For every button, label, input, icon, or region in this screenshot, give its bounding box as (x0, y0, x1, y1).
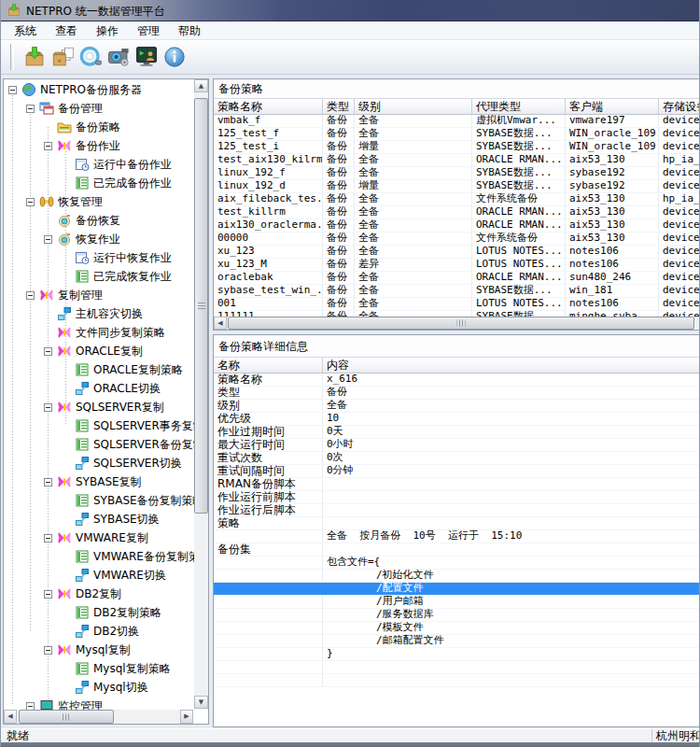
tree-item[interactable]: 运行中备份作业 (5, 155, 194, 174)
menu-item-manage[interactable]: 管理 (128, 22, 169, 40)
tree-item[interactable]: 已完成备份作业 (5, 174, 194, 192)
detail-row[interactable]: /服务数据库 (214, 609, 700, 622)
tree-item[interactable]: VMWARE备份复制策略 (5, 547, 194, 566)
menu-item-help[interactable]: 帮助 (169, 22, 210, 40)
tree-expander-collapse[interactable] (8, 86, 17, 94)
detail-row[interactable]: /邮箱配置文件 (214, 635, 700, 648)
detail-row[interactable]: 作业运行后脚本 (214, 504, 700, 517)
tree-item[interactable]: 备份作业 (5, 136, 194, 155)
tree-item[interactable]: VMWARE切换 (5, 566, 194, 585)
tree-item[interactable]: SYBASE复制 (5, 472, 194, 491)
tree-item[interactable]: 运行中恢复作业 (5, 248, 194, 267)
scroll-left-button[interactable]: ◀ (214, 317, 227, 330)
tree-item[interactable]: ORACLE切换 (5, 379, 194, 398)
detail-row[interactable]: 作业过期时间0天 (214, 426, 700, 439)
policy-horizontal-scrollbar[interactable]: ◀ (214, 317, 700, 330)
detail-row[interactable]: /用户邮箱 (214, 596, 700, 609)
tree-item[interactable]: DB2复制策略 (5, 603, 194, 622)
tree-expander-collapse[interactable] (44, 478, 52, 486)
backup-button[interactable] (21, 42, 49, 72)
policy-table-row[interactable]: test_aix130_kilrman备份全备ORACLE RMAN...aix… (214, 154, 700, 167)
console-button[interactable] (133, 42, 161, 72)
policy-table-row[interactable]: aix_fileback_tes...备份全备文件系统备份aix53_130hp… (214, 193, 700, 206)
tree-item[interactable]: 恢复管理 (5, 192, 194, 211)
detail-row[interactable]: 重试次数0次 (214, 452, 700, 465)
scroll-down-button[interactable]: ▼ (194, 696, 208, 709)
column-header-storage-device[interactable]: 存储设备 (659, 99, 700, 115)
detail-row[interactable]: 策略 (214, 517, 700, 530)
tree-expander-collapse[interactable] (44, 142, 52, 150)
detail-row[interactable]: 策略名称x_616 (214, 374, 700, 387)
detail-row[interactable]: 重试间隔时间0分钟 (214, 465, 700, 478)
horizontal-scroll-thumb[interactable] (228, 317, 694, 330)
column-header-type[interactable]: 类型 (323, 99, 355, 115)
detail-row[interactable]: 类型备份 (214, 387, 700, 400)
menu-item-system[interactable]: 系统 (5, 22, 46, 40)
media-button[interactable] (105, 42, 133, 72)
toolbar-gripper[interactable] (10, 44, 14, 70)
tree-expander-collapse[interactable] (44, 347, 52, 356)
tree-expander-collapse[interactable] (26, 702, 35, 711)
tree-item[interactable]: 主机容灾切换 (5, 304, 194, 323)
tree-expander-collapse[interactable] (26, 198, 35, 206)
policy-table-row[interactable]: 125_test_i备份增量SYBASE数据...WIN_oracle_109d… (214, 141, 700, 154)
tree-item[interactable]: Mysql切换 (5, 678, 194, 697)
tree-item[interactable]: 复制管理 (5, 286, 194, 304)
scroll-left-button[interactable]: ◀ (4, 710, 17, 724)
detail-row[interactable]: /模板文件 (214, 622, 700, 635)
detail-row[interactable]: 优先级10 (214, 413, 700, 426)
horizontal-scroll-thumb[interactable] (19, 710, 114, 724)
tree-item[interactable]: SQLSERVER备份复制策略 (5, 435, 194, 454)
detail-row-selected[interactable]: /配置文件 (214, 583, 700, 596)
tree-item[interactable]: NETPRO备份服务器 (5, 80, 194, 99)
policy-table-row[interactable]: oraclebak备份全备ORACLE RMAN...sun480_246dev… (214, 272, 700, 285)
detail-row[interactable]: 作业运行前脚本 (214, 491, 700, 504)
policy-table-row[interactable]: 125_test_f备份全备SYBASE数据...WIN_oracle_109d… (214, 128, 700, 141)
tree-item[interactable]: SQLSERVER复制 (5, 398, 194, 416)
column-header-policy-name[interactable]: 策略名称 (214, 99, 323, 115)
policy-table-row[interactable]: test_killrm备份全备ORACLE RMAN...aix53_130de… (214, 206, 700, 219)
tree-horizontal-scrollbar[interactable]: ◀ ▶ (4, 710, 193, 724)
detail-row[interactable] (214, 674, 700, 687)
policy-table-row[interactable]: sybase_test_win_...备份全备SYBASE数据...win_18… (214, 285, 700, 298)
scroll-up-button[interactable]: ▲ (194, 79, 208, 92)
tree-expander-collapse[interactable] (44, 646, 52, 655)
restore-button[interactable] (49, 42, 77, 72)
tree-item[interactable]: SQLSERVER切换 (5, 454, 194, 472)
tree-item[interactable]: SQLSERVER事务复制策略 (5, 416, 194, 435)
tree-item[interactable]: SYBASE备份复制策略 (5, 491, 194, 510)
tree-item[interactable]: DB2复制 (5, 585, 194, 603)
tree-expander-collapse[interactable] (44, 403, 52, 412)
detail-row[interactable]: 级别全备 (214, 400, 700, 413)
tree-item[interactable]: ORACLE复制 (5, 342, 194, 360)
tree-item[interactable]: Mysql复制 (5, 641, 194, 659)
policy-table-row[interactable]: linux_192_d备份增量SYBASE数据...sybase192devic… (214, 180, 700, 193)
title-bar[interactable]: NETPRO 统一数据管理平台 (1, 0, 699, 21)
tree-item[interactable]: ORACLE复制策略 (5, 360, 194, 379)
tree-item[interactable]: VMWARE复制 (5, 529, 194, 547)
tree-expander-collapse[interactable] (26, 105, 35, 113)
tree-item[interactable]: SYBASE切换 (5, 510, 194, 529)
monitor-button[interactable] (77, 42, 105, 72)
menu-item-operate[interactable]: 操作 (87, 22, 128, 40)
detail-row[interactable]: 包含文件={ (214, 557, 700, 570)
column-header-client[interactable]: 客户端 (566, 99, 659, 115)
scroll-right-button[interactable]: ▶ (180, 710, 193, 724)
tree-item[interactable]: 文件同步复制策略 (5, 323, 194, 342)
tree-item[interactable]: Mysql复制策略 (5, 659, 194, 678)
column-header-level[interactable]: 级别 (355, 99, 472, 115)
tree-expander-collapse[interactable] (44, 534, 52, 543)
tree-item[interactable]: DB2切换 (5, 622, 194, 641)
column-header-name[interactable]: 名称 (214, 358, 323, 374)
column-header-agent-type[interactable]: 代理类型 (472, 99, 566, 115)
policy-table-row[interactable]: aix130_oraclerma...备份全备ORACLE RMAN...aix… (214, 219, 700, 233)
policy-table-row[interactable]: 00000备份全备文件系统备份aix53_130device1 (214, 233, 700, 246)
policy-table-row[interactable]: xu_123_M备份差异LOTUS NOTES...notes106device… (214, 259, 700, 272)
tree-item[interactable]: 恢复作业 (5, 230, 194, 248)
tree-item[interactable]: 备份管理 (5, 99, 194, 118)
detail-row[interactable]: 全备 按月备份 10号 运行于 15:10 (214, 530, 700, 543)
tree-expander-collapse[interactable] (26, 291, 35, 300)
detail-row[interactable]: RMAN备份脚本 (214, 478, 700, 491)
tree-expander-collapse[interactable] (44, 235, 52, 244)
detail-row[interactable] (214, 661, 700, 674)
